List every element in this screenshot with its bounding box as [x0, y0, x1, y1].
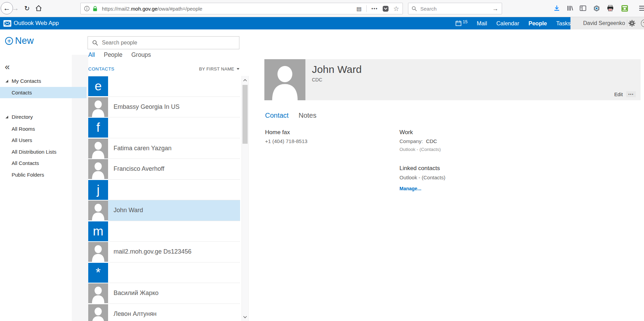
- tab-groups[interactable]: Groups: [131, 51, 151, 59]
- pocket-icon[interactable]: [383, 6, 389, 12]
- browser-search-input[interactable]: [420, 6, 492, 12]
- linked-source: Outlook - (Contacts): [399, 175, 445, 180]
- letter-tile: j: [88, 180, 108, 200]
- settings-gear-icon[interactable]: [629, 20, 635, 27]
- expand-triangle-icon: [5, 116, 8, 118]
- letter-divider-f[interactable]: f: [88, 117, 240, 138]
- letter-divider-j[interactable]: j: [88, 180, 240, 201]
- search-icon: [92, 40, 98, 46]
- avatar: [88, 97, 108, 117]
- userzone-divider: [627, 20, 627, 27]
- url-bar[interactable]: https://mail2.moh.gov.ge/owa/#path=/peop…: [80, 3, 403, 14]
- letter-tile: f: [88, 118, 108, 138]
- contact-row-fatima-caren-yazgan[interactable]: Fatima caren Yazgan: [88, 138, 240, 159]
- page-actions-icon[interactable]: •••: [371, 6, 378, 11]
- nav-calendar[interactable]: Calendar: [496, 20, 519, 27]
- url-path: /owa/#path=/people: [157, 6, 202, 12]
- tab-people[interactable]: People: [104, 51, 122, 59]
- letter-label: e: [95, 79, 102, 93]
- library-icon[interactable]: [565, 3, 576, 14]
- company-row: Company:CDC: [399, 138, 437, 144]
- tab-all[interactable]: All: [88, 51, 95, 59]
- contact-photo-placeholder: [264, 59, 305, 100]
- contact-row-vasiliy-zharko[interactable]: Василий Жарко: [88, 283, 240, 304]
- reload-button[interactable]: ↻: [21, 2, 33, 14]
- item-label: All Users: [12, 137, 32, 143]
- extension-save-icon[interactable]: [619, 3, 630, 14]
- sidebar-toggle-icon[interactable]: [577, 3, 588, 14]
- sidebar-item-all-users[interactable]: All Users: [0, 134, 87, 146]
- nav-mail[interactable]: Mail: [477, 20, 487, 27]
- reader-mode-icon[interactable]: ▤: [356, 5, 362, 12]
- list-scrollbar[interactable]: [241, 76, 249, 321]
- work-source: Outlook - (Contacts): [399, 147, 441, 152]
- search-go-icon[interactable]: →: [492, 5, 498, 12]
- collapse-pane-button[interactable]: «: [5, 62, 10, 71]
- forward-button[interactable]: →: [9, 2, 22, 14]
- user-menu[interactable]: David Sergeenko: [583, 20, 625, 26]
- sort-by-dropdown[interactable]: BY FIRST NAME: [199, 66, 239, 72]
- sort-label: BY FIRST NAME: [199, 66, 234, 72]
- letter-tile: *: [88, 263, 108, 283]
- page-info-icon[interactable]: [84, 6, 90, 11]
- downloads-icon[interactable]: [551, 3, 562, 14]
- contact-row-francisco-averhoff[interactable]: Francisco Averhoff: [88, 159, 240, 180]
- sidebar-item-contacts[interactable]: Contacts: [0, 87, 87, 98]
- sidebar-item-all-contacts[interactable]: All Contacts: [0, 157, 87, 169]
- letter-label: j: [97, 183, 100, 197]
- letter-divider-e[interactable]: e: [88, 76, 240, 97]
- sidebar-group-my-contacts[interactable]: My Contacts: [0, 76, 87, 86]
- sidebar-item-all-rooms[interactable]: All Rooms: [0, 123, 87, 134]
- tab-contact[interactable]: Contact: [265, 112, 289, 119]
- sidebar-item-public-folders[interactable]: Public Folders: [0, 169, 87, 180]
- nav-tasks[interactable]: Tasks: [556, 20, 570, 27]
- sidebar-item-all-distribution-lists[interactable]: All Distribution Lists: [0, 146, 87, 157]
- calendar-reminder-icon: [456, 21, 461, 26]
- reminders-button[interactable]: 15: [456, 21, 468, 26]
- group-label: My Contacts: [12, 78, 41, 84]
- search-icon: [412, 6, 417, 11]
- menu-hamburger-icon[interactable]: [637, 3, 644, 14]
- item-label: All Distribution Lists: [12, 149, 56, 155]
- edit-button[interactable]: Edit: [614, 92, 623, 97]
- contact-header: John Ward CDC Edit •••: [305, 59, 641, 100]
- people-search: [88, 36, 239, 49]
- letter-label: f: [96, 120, 100, 135]
- screen: ← → ↻ https://mail2.moh.gov.ge/owa/#path…: [0, 0, 644, 321]
- tab-notes[interactable]: Notes: [299, 112, 316, 119]
- contact-row-embassy-georgia-in-us[interactable]: Embassy Georgia In US: [88, 97, 240, 118]
- row-spacer: [108, 180, 240, 201]
- contact-row-mail2-moh-gov-ge[interactable]: mail2.moh.gov.ge Ds123456: [88, 242, 240, 262]
- sidebar-group-directory[interactable]: Directory: [0, 112, 87, 122]
- expand-triangle-icon: [5, 80, 8, 82]
- manage-link[interactable]: Manage...: [399, 186, 421, 191]
- scroll-down-icon[interactable]: [242, 313, 248, 320]
- row-spacer: [108, 221, 240, 242]
- contact-name: Francisco Averhoff: [108, 159, 240, 180]
- home-button[interactable]: [32, 2, 45, 14]
- letter-divider-star[interactable]: *: [88, 262, 240, 283]
- bookmark-star-icon[interactable]: ☆: [393, 5, 399, 13]
- scrollbar-thumb[interactable]: [242, 85, 248, 144]
- scroll-up-icon[interactable]: [242, 77, 248, 84]
- print-pdf-icon[interactable]: PDF: [605, 3, 616, 14]
- extension-eye-icon[interactable]: [591, 3, 602, 14]
- letter-divider-m[interactable]: m: [88, 221, 240, 242]
- contacts-list-header: CONTACTS BY FIRST NAME: [88, 66, 239, 72]
- contact-name: John Ward: [108, 200, 240, 221]
- svg-text:PDF: PDF: [608, 9, 612, 11]
- item-label: All Rooms: [12, 126, 35, 132]
- nav-people[interactable]: People: [528, 20, 547, 27]
- company-value: CDC: [426, 138, 437, 144]
- browser-toolbar: ← → ↻ https://mail2.moh.gov.ge/owa/#path…: [0, 0, 644, 17]
- home-icon: [35, 5, 42, 11]
- url-text: https://mail2.moh.gov.ge/owa/#path=/peop…: [102, 6, 202, 12]
- contact-row-levon-altunyan[interactable]: Левон Алтунян: [88, 304, 240, 321]
- https-lock-icon[interactable]: [93, 6, 97, 12]
- more-options-icon[interactable]: •••: [626, 91, 636, 97]
- people-search-input[interactable]: [102, 40, 235, 46]
- group-label: Directory: [12, 114, 33, 120]
- owa-logo: [3, 20, 11, 27]
- contact-row-john-ward[interactable]: John Ward: [88, 200, 240, 221]
- new-contact-button[interactable]: + New: [5, 36, 34, 46]
